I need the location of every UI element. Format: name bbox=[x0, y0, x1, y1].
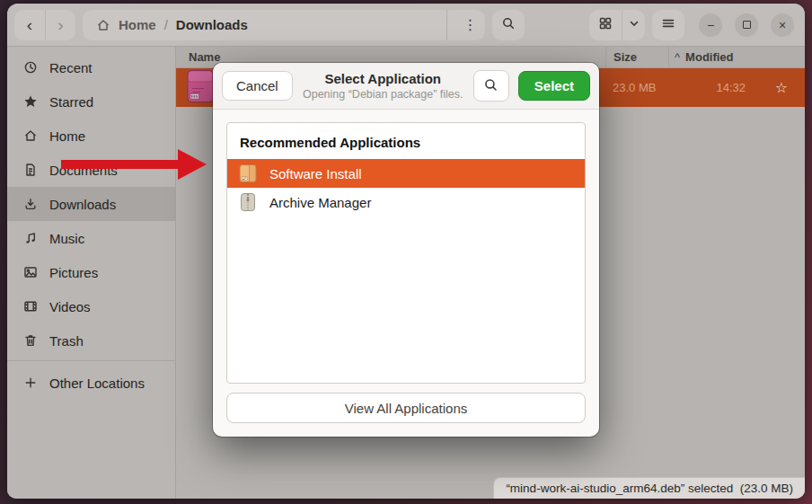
column-header-size[interactable]: Size bbox=[605, 47, 668, 67]
select-button[interactable]: Select bbox=[518, 71, 590, 101]
close-icon: × bbox=[779, 19, 786, 31]
software-install-icon bbox=[237, 163, 259, 184]
view-all-applications-button[interactable]: View All Applications bbox=[226, 393, 586, 423]
sidebar-item-downloads[interactable]: Downloads bbox=[7, 187, 175, 221]
status-bar: “mind-work-ai-studio_arm64.deb” selected… bbox=[493, 477, 805, 499]
app-row-software-install[interactable]: Software Install bbox=[227, 159, 585, 188]
grid-view-icon bbox=[598, 16, 613, 34]
dialog-subtitle: Opening “Debian package” files. bbox=[302, 87, 464, 102]
cancel-button[interactable]: Cancel bbox=[222, 71, 293, 101]
star-icon bbox=[22, 94, 38, 110]
sort-ascending-icon: ^ bbox=[675, 50, 680, 64]
sidebar-item-label: Downloads bbox=[49, 197, 116, 212]
sidebar: Recent Starred Home Documents Downloads … bbox=[7, 47, 176, 499]
back-button[interactable]: ‹ bbox=[14, 10, 45, 40]
sidebar-item-documents[interactable]: Documents bbox=[7, 153, 175, 187]
breadcrumb-current[interactable]: Downloads bbox=[176, 17, 248, 32]
breadcrumb-divider bbox=[446, 10, 447, 40]
app-name: Software Install bbox=[269, 166, 362, 181]
column-modified-label: Modified bbox=[685, 50, 733, 64]
selection-status-text: “mind-work-ai-studio_arm64.deb” selected… bbox=[506, 482, 793, 495]
app-row-archive-manager[interactable]: Archive Manager bbox=[227, 188, 585, 217]
sidebar-item-label: Videos bbox=[49, 299, 91, 314]
sidebar-item-recent[interactable]: Recent bbox=[7, 50, 175, 84]
sidebar-item-label: Recent bbox=[49, 60, 93, 75]
star-outline-icon: ☆ bbox=[775, 80, 788, 95]
dialog-search-button[interactable] bbox=[473, 70, 509, 102]
file-size-value: 23.0 MB bbox=[605, 81, 668, 94]
forward-icon: › bbox=[57, 15, 63, 35]
forward-button[interactable]: › bbox=[45, 10, 75, 40]
sidebar-item-label: Home bbox=[49, 128, 85, 144]
sidebar-item-label: Documents bbox=[49, 163, 118, 178]
sidebar-item-label: Music bbox=[49, 231, 84, 246]
grid-view-button[interactable] bbox=[589, 10, 622, 40]
deb-package-file-icon bbox=[187, 69, 214, 107]
app-name: Archive Manager bbox=[269, 195, 371, 210]
dialog-title-block: Select Application Opening “Debian packa… bbox=[302, 70, 464, 102]
headerbar: ‹ › Home / Downloads ⋮ bbox=[7, 4, 805, 47]
application-listbox: Recommended Applications Software Instal… bbox=[226, 122, 586, 384]
sidebar-item-trash[interactable]: Trash bbox=[7, 323, 175, 358]
view-options-dropdown-button[interactable] bbox=[622, 10, 645, 40]
minimize-button[interactable]: − bbox=[699, 13, 722, 37]
column-size-label: Size bbox=[613, 50, 637, 64]
dialog-body: Recommended Applications Software Instal… bbox=[213, 110, 599, 437]
sidebar-item-videos[interactable]: Videos bbox=[7, 289, 175, 323]
path-menu-button[interactable]: ⋮ bbox=[455, 10, 485, 40]
dialog-title: Select Application bbox=[302, 70, 464, 88]
column-header-star bbox=[758, 47, 805, 67]
close-button[interactable]: × bbox=[771, 13, 794, 37]
film-icon bbox=[22, 299, 38, 314]
download-icon bbox=[22, 197, 38, 212]
search-icon bbox=[483, 77, 499, 95]
minimize-icon: − bbox=[707, 19, 714, 31]
trash-icon bbox=[22, 333, 38, 349]
sidebar-item-label: Starred bbox=[49, 94, 93, 110]
dialog-headerbar: Cancel Select Application Opening “Debia… bbox=[213, 63, 599, 110]
main-menu-button[interactable] bbox=[652, 10, 684, 40]
picture-icon bbox=[22, 265, 38, 280]
column-name-label: Name bbox=[189, 50, 220, 64]
file-modified-value: 14:32 bbox=[668, 81, 758, 94]
sidebar-item-label: Pictures bbox=[49, 265, 98, 280]
star-toggle[interactable]: ☆ bbox=[758, 79, 805, 96]
home-icon bbox=[95, 17, 110, 32]
recommended-section-title: Recommended Applications bbox=[227, 123, 585, 159]
hamburger-menu-icon bbox=[661, 16, 675, 34]
sidebar-item-home[interactable]: Home bbox=[7, 119, 175, 153]
document-icon bbox=[22, 163, 38, 178]
chevron-down-icon bbox=[628, 17, 640, 33]
clock-icon bbox=[22, 60, 38, 75]
sidebar-item-pictures[interactable]: Pictures bbox=[7, 255, 175, 289]
sidebar-item-label: Other Locations bbox=[49, 376, 145, 391]
music-note-icon bbox=[22, 231, 38, 246]
sidebar-item-music[interactable]: Music bbox=[7, 221, 175, 255]
archive-manager-icon bbox=[237, 191, 259, 213]
maximize-icon bbox=[743, 21, 751, 29]
sidebar-item-label: Trash bbox=[49, 333, 84, 349]
back-icon: ‹ bbox=[27, 15, 32, 35]
breadcrumb-separator: / bbox=[164, 17, 168, 32]
view-toggle-split-button bbox=[589, 10, 645, 40]
select-application-dialog: Cancel Select Application Opening “Debia… bbox=[213, 63, 599, 437]
maximize-button[interactable] bbox=[735, 13, 758, 37]
breadcrumb: Home / Downloads ⋮ bbox=[83, 10, 485, 40]
column-header-modified[interactable]: ^ Modified bbox=[668, 47, 758, 67]
search-button[interactable] bbox=[492, 10, 525, 40]
sidebar-item-other-locations[interactable]: Other Locations bbox=[7, 366, 175, 400]
history-nav-group: ‹ › bbox=[14, 10, 75, 40]
breadcrumb-home[interactable]: Home bbox=[119, 17, 156, 32]
window-controls: − × bbox=[699, 13, 794, 37]
home-icon bbox=[22, 128, 38, 144]
search-icon bbox=[501, 16, 516, 34]
sidebar-divider bbox=[7, 360, 175, 361]
plus-icon bbox=[22, 376, 38, 391]
kebab-menu-icon: ⋮ bbox=[463, 16, 478, 33]
sidebar-item-starred[interactable]: Starred bbox=[7, 84, 175, 119]
